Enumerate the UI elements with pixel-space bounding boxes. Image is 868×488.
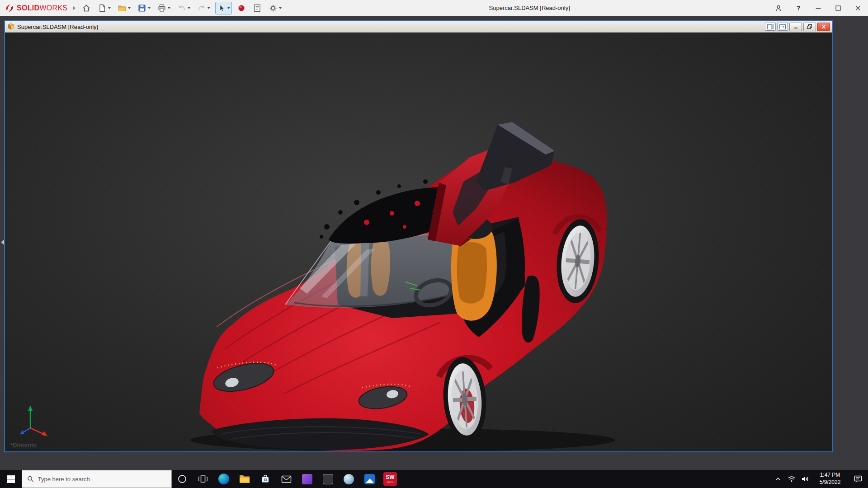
windows-taskbar: SW 2021 [0, 470, 868, 488]
undo-icon [177, 4, 186, 13]
pane-arrow-icon [779, 24, 786, 29]
quick-access-toolbar [80, 2, 283, 14]
menu-expand-arrow-icon[interactable] [73, 6, 75, 10]
store-icon [260, 474, 270, 484]
hidden-icons-button[interactable] [771, 470, 785, 488]
home-button[interactable] [80, 2, 93, 14]
account-icon [774, 4, 783, 12]
brand-text: SOLIDWORKS [17, 4, 67, 12]
cortana-button[interactable] [172, 470, 193, 488]
dropdown-caret-icon [168, 7, 170, 9]
close-icon [854, 4, 862, 12]
save-icon [137, 4, 146, 13]
volume-button[interactable] [798, 470, 812, 488]
split-pane-icon [767, 24, 774, 29]
app-titlebar: SOLIDWORKS [0, 0, 868, 16]
dropdown-caret-icon [148, 7, 151, 9]
speaker-icon [801, 475, 809, 483]
clock-date: 5/9/2022 [820, 479, 841, 486]
gear-icon [269, 4, 278, 13]
taskbar-app-sphere[interactable] [338, 470, 359, 488]
taskbar-app-blue[interactable] [359, 470, 380, 488]
assembly-document-icon [7, 23, 14, 30]
new-document-button[interactable] [96, 2, 113, 14]
open-folder-icon [118, 4, 127, 13]
network-icon [788, 475, 796, 483]
dropdown-caret-icon [128, 7, 131, 9]
taskbar-app-dark[interactable] [317, 470, 338, 488]
document-window: Supercar.SLDASM [Read-only] [4, 20, 833, 452]
file-explorer-icon [239, 474, 250, 483]
doc-close-button[interactable] [817, 23, 830, 31]
solidworks-2021-icon: SW 2021 [383, 472, 397, 486]
options-button[interactable] [267, 2, 283, 14]
taskbar-search[interactable] [22, 470, 172, 488]
taskbar-app-file-explorer[interactable] [234, 470, 255, 488]
triad-x-axis [42, 431, 47, 436]
orientation-triad [13, 402, 54, 438]
solidworks-app-window: SOLIDWORKS [0, 0, 868, 488]
redo-icon [197, 4, 206, 13]
file-properties-icon [253, 4, 262, 13]
app-maximize-button[interactable] [828, 0, 848, 16]
file-properties-button[interactable] [251, 2, 264, 14]
taskbar-app-purple[interactable] [297, 470, 317, 488]
dropdown-caret-icon [227, 7, 230, 9]
display-pane-expand-button[interactable] [777, 23, 788, 31]
document-window-controls [765, 23, 830, 31]
network-button[interactable] [785, 470, 798, 488]
task-view-icon [198, 474, 208, 484]
view-orientation-label: *Dimetric [10, 442, 37, 449]
solidworks-logo: SOLIDWORKS [5, 3, 67, 13]
open-button[interactable] [116, 2, 132, 14]
taskbar-app-edge[interactable] [213, 470, 234, 488]
redo-button[interactable] [195, 2, 212, 14]
mail-icon [281, 474, 292, 483]
print-icon [157, 4, 166, 13]
windows-logo-icon [7, 475, 15, 483]
clock-time: 1:47 PM [820, 472, 840, 479]
taskbar-app-store[interactable] [255, 470, 276, 488]
close-icon [821, 24, 827, 29]
help-icon: ? [797, 5, 801, 12]
display-pane-toggle-button[interactable] [765, 23, 776, 31]
action-center-button[interactable] [848, 470, 868, 488]
car-model-render[interactable] [5, 33, 832, 451]
help-button[interactable]: ? [788, 0, 808, 16]
doc-minimize-button[interactable] [789, 23, 802, 31]
document-titlebar[interactable]: Supercar.SLDASM [Read-only] [5, 21, 832, 33]
start-button[interactable] [0, 470, 22, 488]
3dexperience-button[interactable] [235, 2, 248, 14]
feature-tree-flyout-arrow[interactable] [1, 239, 4, 245]
taskbar-app-mail[interactable] [276, 470, 297, 488]
app-close-button[interactable] [848, 0, 868, 16]
system-tray: 1:47 PM 5/9/2022 [771, 470, 868, 488]
dropdown-caret-icon [188, 7, 190, 9]
cortana-icon [177, 474, 187, 484]
print-button[interactable] [156, 2, 172, 14]
purple-app-icon [302, 474, 312, 484]
chevron-up-icon [775, 476, 781, 482]
blue-app-icon [364, 474, 375, 484]
select-tool-button[interactable] [215, 2, 232, 14]
workspace-background: Supercar.SLDASM [Read-only] [0, 16, 868, 470]
taskbar-app-solidworks[interactable]: SW 2021 [380, 470, 401, 488]
undo-button[interactable] [175, 2, 192, 14]
new-document-icon [98, 4, 107, 13]
app-minimize-button[interactable] [808, 0, 828, 16]
account-button[interactable] [769, 0, 788, 16]
task-view-button[interactable] [193, 470, 213, 488]
maximize-icon [834, 4, 842, 12]
restore-icon [807, 24, 813, 29]
search-input[interactable] [38, 476, 166, 483]
car-windshield[interactable] [285, 232, 461, 308]
taskbar-clock[interactable]: 1:47 PM 5/9/2022 [812, 470, 848, 488]
document-title: Supercar.SLDASM [Read-only] [17, 23, 98, 30]
doc-restore-button[interactable] [803, 23, 816, 31]
action-center-icon [854, 475, 862, 483]
sphere-app-icon [344, 474, 354, 484]
minimize-icon [814, 4, 822, 12]
graphics-viewport[interactable]: *Dimetric [5, 33, 832, 451]
dark-app-icon [323, 474, 333, 484]
save-button[interactable] [136, 2, 152, 14]
